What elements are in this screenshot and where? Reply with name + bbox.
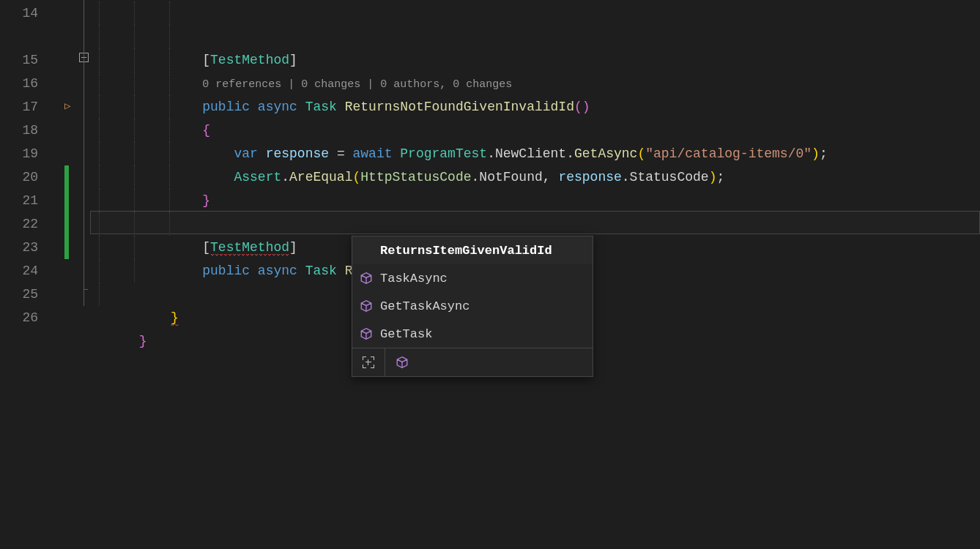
line-number: 14 (0, 1, 51, 25)
intellisense-item[interactable]: TaskAsync (352, 264, 593, 292)
line-number: 19 (0, 142, 51, 165)
line-number: 25 (0, 283, 51, 306)
code-line[interactable]: { (92, 72, 980, 95)
line-number: 21 (0, 189, 51, 212)
line-number: 18 (0, 119, 51, 142)
line-number: 22 (0, 212, 51, 236)
code-line[interactable]: var response = await ProgramTest.NewClie… (92, 95, 980, 119)
intellisense-filter-class[interactable] (385, 348, 593, 376)
editor-margin: ▷ (51, 0, 92, 549)
fold-end (83, 289, 88, 290)
intellisense-footer (352, 348, 593, 376)
intellisense-item[interactable]: GetTaskAsync (352, 292, 593, 320)
intellisense-item[interactable]: GetTask (352, 320, 593, 348)
code-line[interactable]: [TestMethod] (92, 1, 980, 25)
code-line-current[interactable]: public async Task ReturnsItemGivenValidI… (92, 212, 980, 236)
line-number-gutter: 14 15 16 17 18 19 20 21 22 23 24 25 26 (0, 0, 51, 549)
codelens[interactable]: 0 references | 0 changes | 0 authors, 0 … (92, 25, 980, 48)
change-indicator-green (64, 165, 69, 259)
line-number: 20 (0, 165, 51, 189)
line-number: 23 (0, 236, 51, 259)
code-line[interactable]: [TestMethod] (92, 189, 980, 212)
expand-icon (363, 356, 374, 368)
line-number: 16 (0, 72, 51, 95)
suggestion-icon (360, 244, 373, 257)
intellisense-item-selected[interactable]: ReturnsItemGivenValidId (352, 236, 593, 264)
intellisense-popup[interactable]: ReturnsItemGivenValidId TaskAsync GetTas… (352, 236, 593, 377)
class-icon (360, 272, 373, 285)
code-line[interactable] (92, 165, 980, 189)
line-number: 17 (0, 95, 51, 119)
class-icon (396, 356, 409, 369)
execution-pointer-icon: ▷ (64, 100, 70, 112)
intellisense-expand-button[interactable] (352, 348, 385, 376)
code-line[interactable]: Assert.AreEqual(HttpStatusCode.NotFound,… (92, 119, 980, 142)
line-number: 15 (0, 48, 51, 72)
code-line[interactable]: } (92, 142, 980, 165)
code-line[interactable]: public async Task ReturnsNotFoundGivenIn… (92, 48, 980, 72)
line-number: 24 (0, 259, 51, 283)
class-icon (360, 299, 373, 313)
line-number: 26 (0, 306, 51, 329)
class-icon (360, 327, 373, 340)
